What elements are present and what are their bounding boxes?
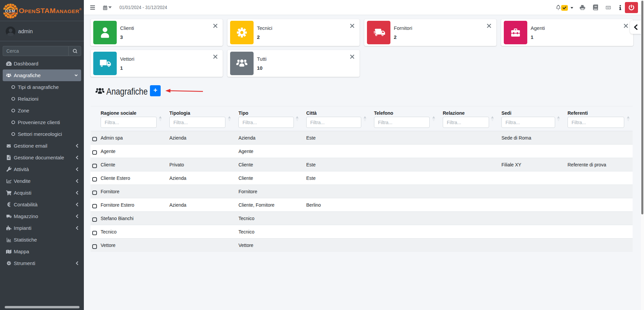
svg-text:OSM: OSM [5, 9, 16, 13]
